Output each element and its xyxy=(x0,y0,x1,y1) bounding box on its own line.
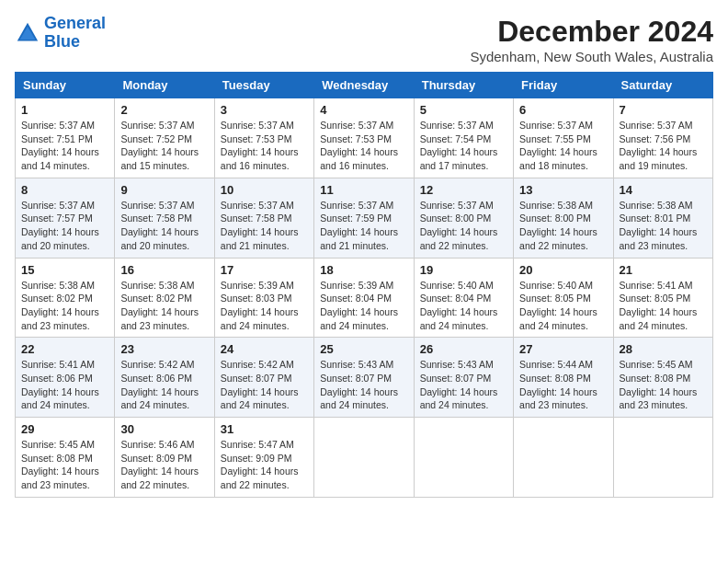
table-row: 18 Sunrise: 5:39 AM Sunset: 8:04 PM Dayl… xyxy=(314,258,414,338)
header-thursday: Thursday xyxy=(414,73,513,98)
logo-blue: Blue xyxy=(44,32,80,51)
table-row: 28 Sunrise: 5:45 AM Sunset: 8:08 PM Dayl… xyxy=(613,338,712,418)
header-saturday: Saturday xyxy=(613,73,712,98)
table-row: 20 Sunrise: 5:40 AM Sunset: 8:05 PM Dayl… xyxy=(514,258,613,338)
table-row: 2 Sunrise: 5:37 AM Sunset: 7:52 PM Dayli… xyxy=(115,98,214,178)
table-row: 11 Sunrise: 5:37 AM Sunset: 7:59 PM Dayl… xyxy=(314,178,414,258)
calendar-week-row: 8 Sunrise: 5:37 AM Sunset: 7:57 PM Dayli… xyxy=(16,178,713,258)
logo: General Blue xyxy=(15,15,106,52)
table-row: 1 Sunrise: 5:37 AMSunset: 7:51 PMDayligh… xyxy=(16,98,115,178)
table-row: 12 Sunrise: 5:37 AM Sunset: 8:00 PM Dayl… xyxy=(414,178,513,258)
header-sunday: Sunday xyxy=(16,73,115,98)
table-row: 23 Sunrise: 5:42 AM Sunset: 8:06 PM Dayl… xyxy=(115,338,214,418)
table-row: 4 Sunrise: 5:37 AM Sunset: 7:53 PM Dayli… xyxy=(314,98,414,178)
calendar-week-row: 1 Sunrise: 5:37 AMSunset: 7:51 PMDayligh… xyxy=(16,98,713,178)
empty-cell xyxy=(514,418,613,498)
table-row: 17 Sunrise: 5:39 AM Sunset: 8:03 PM Dayl… xyxy=(214,258,313,338)
table-row: 6 Sunrise: 5:37 AM Sunset: 7:55 PM Dayli… xyxy=(514,98,613,178)
table-row: 5 Sunrise: 5:37 AM Sunset: 7:54 PM Dayli… xyxy=(414,98,513,178)
table-row: 31 Sunrise: 5:47 AM Sunset: 9:09 PM Dayl… xyxy=(214,418,313,498)
header-tuesday: Tuesday xyxy=(214,73,313,98)
table-row: 22 Sunrise: 5:41 AM Sunset: 8:06 PM Dayl… xyxy=(16,338,115,418)
table-row: 21 Sunrise: 5:41 AM Sunset: 8:05 PM Dayl… xyxy=(613,258,712,338)
header-monday: Monday xyxy=(115,73,214,98)
calendar-week-row: 29 Sunrise: 5:45 AM Sunset: 8:08 PM Dayl… xyxy=(16,418,713,498)
table-row: 8 Sunrise: 5:37 AM Sunset: 7:57 PM Dayli… xyxy=(16,178,115,258)
calendar-header-row: Sunday Monday Tuesday Wednesday Thursday… xyxy=(16,73,713,98)
month-title: December 2024 xyxy=(470,15,713,49)
table-row: 30 Sunrise: 5:46 AM Sunset: 8:09 PM Dayl… xyxy=(115,418,214,498)
table-row: 14 Sunrise: 5:38 AM Sunset: 8:01 PM Dayl… xyxy=(613,178,712,258)
table-row: 27 Sunrise: 5:44 AM Sunset: 8:08 PM Dayl… xyxy=(514,338,613,418)
header-friday: Friday xyxy=(514,73,613,98)
table-row: 29 Sunrise: 5:45 AM Sunset: 8:08 PM Dayl… xyxy=(16,418,115,498)
empty-cell xyxy=(314,418,414,498)
table-row: 15 Sunrise: 5:38 AM Sunset: 8:02 PM Dayl… xyxy=(16,258,115,338)
calendar-table: Sunday Monday Tuesday Wednesday Thursday… xyxy=(15,72,713,498)
logo-general: General xyxy=(44,14,106,32)
table-row: 26 Sunrise: 5:43 AM Sunset: 8:07 PM Dayl… xyxy=(414,338,513,418)
table-row: 3 Sunrise: 5:37 AM Sunset: 7:53 PM Dayli… xyxy=(214,98,313,178)
page-header: General Blue December 2024 Sydenham, New… xyxy=(15,15,713,64)
logo-text: General Blue xyxy=(44,15,106,52)
calendar-week-row: 15 Sunrise: 5:38 AM Sunset: 8:02 PM Dayl… xyxy=(16,258,713,338)
calendar-week-row: 22 Sunrise: 5:41 AM Sunset: 8:06 PM Dayl… xyxy=(16,338,713,418)
table-row: 19 Sunrise: 5:40 AM Sunset: 8:04 PM Dayl… xyxy=(414,258,513,338)
table-row: 25 Sunrise: 5:43 AM Sunset: 8:07 PM Dayl… xyxy=(314,338,414,418)
title-block: December 2024 Sydenham, New South Wales,… xyxy=(470,15,713,64)
table-row: 16 Sunrise: 5:38 AM Sunset: 8:02 PM Dayl… xyxy=(115,258,214,338)
table-row: 9 Sunrise: 5:37 AM Sunset: 7:58 PM Dayli… xyxy=(115,178,214,258)
empty-cell xyxy=(414,418,513,498)
table-row: 24 Sunrise: 5:42 AM Sunset: 8:07 PM Dayl… xyxy=(214,338,313,418)
table-row: 10 Sunrise: 5:37 AM Sunset: 7:58 PM Dayl… xyxy=(214,178,313,258)
table-row: 7 Sunrise: 5:37 AM Sunset: 7:56 PM Dayli… xyxy=(613,98,712,178)
table-row: 13 Sunrise: 5:38 AM Sunset: 8:00 PM Dayl… xyxy=(514,178,613,258)
location-title: Sydenham, New South Wales, Australia xyxy=(470,49,713,64)
logo-icon xyxy=(15,20,40,46)
empty-cell xyxy=(613,418,712,498)
header-wednesday: Wednesday xyxy=(314,73,414,98)
